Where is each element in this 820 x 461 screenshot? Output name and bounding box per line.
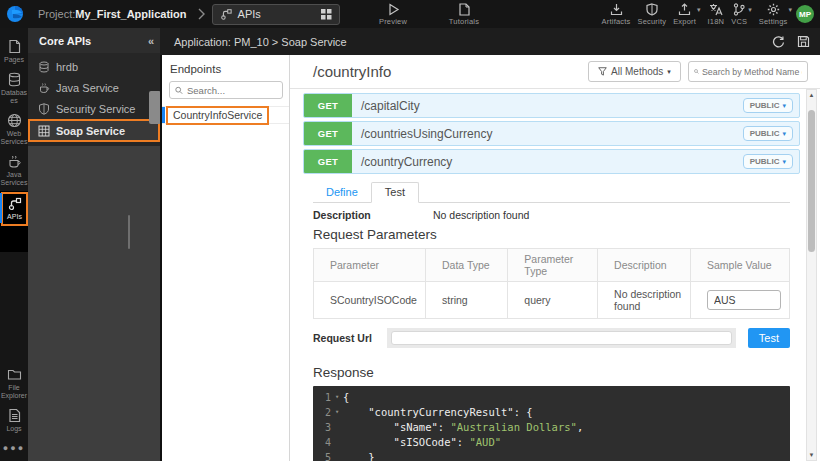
coffee-icon bbox=[38, 82, 50, 94]
database-icon bbox=[7, 72, 22, 87]
sidebar-item-web-services[interactable]: Web Services bbox=[0, 109, 28, 150]
response-title: Response bbox=[313, 365, 790, 380]
core-panel-scrollbar-thumb[interactable] bbox=[128, 215, 130, 249]
cell-parameter-type: query bbox=[508, 282, 598, 319]
operation-row-capitalcity[interactable]: GET /capitalCity PUBLIC▾ bbox=[303, 93, 800, 118]
preview-label: Preview bbox=[379, 17, 407, 26]
gear-icon bbox=[767, 3, 780, 16]
shield-icon bbox=[38, 103, 50, 115]
collapse-panel-icon[interactable]: « bbox=[148, 35, 154, 47]
access-badge[interactable]: PUBLIC▾ bbox=[743, 98, 793, 113]
scroll-up-icon[interactable]: ▲ bbox=[807, 92, 816, 98]
endpoint-item-countryinfoservice[interactable]: CountryInfoService bbox=[162, 106, 289, 124]
operation-path: /capitalCity bbox=[361, 99, 743, 113]
app-header-title: Application: PM_10 > Soap Service bbox=[174, 36, 760, 48]
tab-define[interactable]: Define bbox=[313, 183, 371, 202]
sidebar-item-logs[interactable]: Logs bbox=[0, 404, 28, 437]
top-bar: Project:My_First_Application APIs Previe… bbox=[0, 0, 820, 28]
search-icon bbox=[175, 86, 183, 95]
scroll-down-icon[interactable]: ▼ bbox=[807, 452, 816, 458]
fold-caret-icon[interactable]: ▾ bbox=[331, 390, 343, 405]
detail-tabs: Define Test bbox=[313, 182, 790, 203]
security-button[interactable]: Security bbox=[637, 3, 666, 26]
methods-filter-dropdown[interactable]: All Methods ▾ bbox=[588, 61, 681, 82]
sidebar-item-pages[interactable]: Pages bbox=[0, 35, 28, 68]
access-badge[interactable]: PUBLIC▾ bbox=[743, 154, 793, 169]
core-apis-header: Core APIs « bbox=[28, 28, 160, 53]
chevron-down-icon: ▾ bbox=[788, 6, 792, 14]
response-code-editor[interactable]: 1▾ { 2▾ "countryCurrencyResult": { 3 "sN… bbox=[313, 386, 790, 461]
i18n-button[interactable]: I18N bbox=[708, 3, 725, 26]
chevron-down-icon: ▾ bbox=[667, 68, 671, 76]
sidebar-item-apis[interactable]: APIs bbox=[1, 192, 28, 226]
description-value: No description found bbox=[433, 209, 529, 221]
sidebar-item-java-services[interactable]: Java Services bbox=[0, 150, 28, 191]
vcs-button[interactable]: VCS ▾ bbox=[731, 3, 752, 26]
log-icon bbox=[7, 408, 22, 423]
main-content: /countryInfo All Methods ▾ GET /capitalC… bbox=[290, 55, 820, 461]
core-api-item-soap-service[interactable]: Soap Service bbox=[28, 119, 160, 142]
tab-apis[interactable]: APIs bbox=[212, 4, 340, 25]
page-icon bbox=[7, 39, 22, 54]
breadcrumb: Project:My_First_Application bbox=[38, 8, 187, 20]
operation-path: /countriesUsingCurrency bbox=[361, 127, 743, 141]
api-icon bbox=[220, 8, 232, 20]
core-api-item-security-service[interactable]: Security Service bbox=[28, 98, 160, 119]
api-icon bbox=[7, 196, 22, 211]
coffee-icon bbox=[7, 154, 22, 169]
selection-accent bbox=[0, 193, 2, 223]
col-description: Description bbox=[598, 249, 691, 282]
user-avatar[interactable]: MP bbox=[796, 5, 814, 23]
method-badge: GET bbox=[304, 122, 352, 145]
col-sample-value: Sample Value bbox=[691, 249, 790, 282]
sidebar-item-databases[interactable]: Databases bbox=[0, 68, 28, 109]
save-button[interactable] bbox=[797, 35, 810, 48]
access-badge[interactable]: PUBLIC▾ bbox=[743, 126, 793, 141]
operation-row-countriesusingcurrency[interactable]: GET /countriesUsingCurrency PUBLIC▾ bbox=[303, 121, 800, 146]
resource-title: /countryInfo bbox=[313, 63, 588, 80]
test-button[interactable]: Test bbox=[748, 328, 790, 348]
wavemaker-logo-icon[interactable] bbox=[0, 0, 30, 28]
artifacts-button[interactable]: Artifacts bbox=[602, 3, 631, 26]
export-button[interactable]: Export ▾ bbox=[673, 3, 700, 26]
chevron-down-icon: ▾ bbox=[748, 6, 752, 14]
scrollbar-thumb[interactable] bbox=[808, 110, 815, 252]
tab-test[interactable]: Test bbox=[371, 182, 419, 203]
more-icon[interactable]: ●●● bbox=[3, 437, 25, 461]
endpoints-search-input[interactable] bbox=[187, 85, 277, 96]
col-data-type: Data Type bbox=[425, 249, 507, 282]
chevron-down-icon: ▾ bbox=[697, 6, 701, 14]
methods-filter-label: All Methods bbox=[611, 66, 663, 77]
request-url-row: Request Url Test bbox=[313, 328, 790, 348]
preview-button[interactable]: Preview bbox=[372, 3, 414, 26]
refresh-button[interactable] bbox=[772, 35, 785, 48]
description-label: Description bbox=[313, 209, 433, 221]
operation-row-countrycurrency[interactable]: GET /countryCurrency PUBLIC▾ bbox=[303, 149, 800, 174]
left-rail: Pages Databases Web Services Java Servic… bbox=[0, 28, 28, 461]
sample-value-input[interactable] bbox=[707, 290, 781, 310]
upload-icon bbox=[678, 3, 691, 16]
method-search-input[interactable] bbox=[702, 67, 802, 77]
core-api-item-java-service[interactable]: Java Service bbox=[28, 77, 160, 98]
project-prefix: Project: bbox=[38, 8, 75, 20]
settings-button[interactable]: Settings ▾ bbox=[759, 3, 792, 26]
chevron-down-icon: ▾ bbox=[782, 158, 786, 166]
grid-icon[interactable] bbox=[321, 9, 332, 20]
core-api-item-hrdb[interactable]: hrdb bbox=[28, 56, 160, 77]
main-scrollbar[interactable]: ▲ ▼ bbox=[806, 89, 817, 461]
fold-caret-icon[interactable]: ▾ bbox=[331, 405, 343, 420]
method-badge: GET bbox=[304, 150, 352, 173]
code-line: 5 } bbox=[313, 450, 790, 461]
sidebar-item-file-explorer[interactable]: File Explorer bbox=[0, 363, 28, 404]
operations-list: GET /capitalCity PUBLIC▾ GET /countriesU… bbox=[290, 89, 820, 174]
code-line: 2▾ "countryCurrencyResult": { bbox=[313, 405, 790, 420]
chevron-right-icon bbox=[197, 8, 206, 20]
request-url-input[interactable] bbox=[391, 331, 732, 345]
endpoints-search[interactable] bbox=[169, 81, 283, 99]
cell-description: No description found bbox=[598, 282, 691, 319]
col-parameter: Parameter bbox=[314, 249, 426, 282]
method-search[interactable] bbox=[688, 61, 808, 82]
tutorials-button[interactable]: Tutorials bbox=[440, 3, 488, 26]
request-url-label: Request Url bbox=[313, 332, 387, 344]
description-row: Description No description found bbox=[313, 203, 790, 223]
